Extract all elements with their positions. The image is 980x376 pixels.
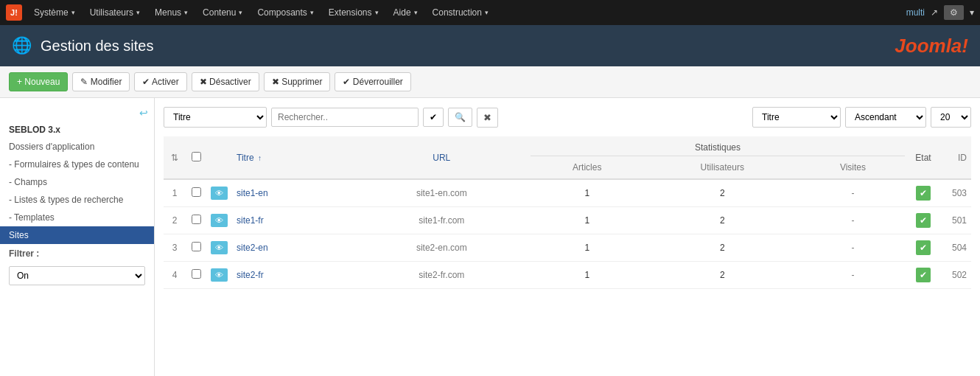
filter-select[interactable]: On Off Tous: [9, 266, 145, 285]
row-checkbox[interactable]: [192, 269, 201, 279]
row-etat: ✔: [905, 262, 942, 289]
col-header-id: ID: [942, 136, 971, 179]
page-title-area: 🌐 Gestion des sites: [12, 36, 153, 55]
row-checkbox-cell: [186, 179, 206, 207]
row-title-link[interactable]: site2-fr: [237, 270, 264, 280]
row-users: 2: [644, 234, 801, 262]
row-status-icon[interactable]: ✔: [916, 186, 931, 201]
row-id: 503: [942, 179, 971, 207]
row-title-cell: site1-en: [232, 179, 353, 207]
row-title-cell: site1-fr: [232, 207, 353, 234]
row-status-icon[interactable]: ✔: [916, 240, 931, 255]
sidebar-item-champs[interactable]: - Champs: [0, 173, 154, 191]
nav-item-extensions[interactable]: Extensions▾: [321, 0, 386, 25]
row-preview-button[interactable]: 👁: [211, 187, 228, 200]
row-etat: ✔: [905, 207, 942, 234]
table-row: 2 👁 site1-fr site1-fr.com 1 2 - ✔ 501: [164, 207, 971, 234]
user-link[interactable]: multi: [906, 7, 925, 18]
row-checkbox[interactable]: [192, 242, 201, 251]
sites-table: ⇅ Titre ↑ URL Statistiques: [164, 136, 971, 289]
external-link-icon: ↗: [931, 7, 938, 18]
sidebar-item-dossiers[interactable]: Dossiers d'application: [0, 138, 154, 156]
search-confirm-button[interactable]: ✔: [423, 108, 444, 127]
search-input[interactable]: [271, 108, 419, 127]
row-articles: 1: [531, 262, 644, 289]
row-visits: -: [801, 179, 905, 207]
joomla-small-logo[interactable]: J!: [6, 4, 22, 21]
row-checkbox-cell: [186, 234, 206, 262]
activer-button[interactable]: ✔ Activer: [134, 72, 186, 91]
nav-right: multi ↗ ⚙ ▾: [906, 5, 974, 20]
row-title-link[interactable]: site1-fr: [237, 215, 264, 226]
search-go-button[interactable]: 🔍: [448, 108, 472, 127]
order-select[interactable]: Ascendant Descendant: [845, 107, 926, 128]
col-header-users: Utilisateurs: [644, 156, 801, 180]
row-url: site1-fr.com: [353, 207, 531, 234]
row-eye-cell: 👁: [206, 262, 232, 289]
row-url: site2-en.com: [353, 234, 531, 262]
sidebar-item-templates[interactable]: - Templates: [0, 209, 154, 226]
search-clear-button[interactable]: ✖: [477, 108, 498, 128]
nouveau-button[interactable]: + Nouveau: [9, 72, 68, 91]
row-id: 501: [942, 207, 971, 234]
modifier-button[interactable]: ✎ Modifier: [72, 72, 130, 91]
col-header-etat: Etat: [905, 136, 942, 179]
col-header-num: ⇅: [164, 136, 186, 179]
desactiver-button[interactable]: ✖ Désactiver: [192, 72, 259, 91]
row-status-icon[interactable]: ✔: [916, 213, 931, 228]
col-header-title[interactable]: Titre ↑: [232, 136, 353, 179]
row-url: site1-en.com: [353, 179, 531, 207]
page-title: Gestion des sites: [41, 38, 153, 55]
row-preview-button[interactable]: 👁: [211, 241, 228, 254]
col-header-url[interactable]: URL: [353, 136, 531, 179]
col-header-eye: [206, 136, 232, 179]
nav-item-menus[interactable]: Menus▾: [147, 0, 195, 25]
row-url: site2-fr.com: [353, 262, 531, 289]
row-title-link[interactable]: site1-en: [237, 188, 268, 198]
select-all-checkbox[interactable]: [192, 152, 201, 161]
limit-select[interactable]: 20: [931, 107, 971, 128]
row-num: 2: [164, 207, 186, 234]
nav-item-composants[interactable]: Composants▾: [250, 0, 321, 25]
sidebar-item-listes[interactable]: - Listes & types de recherche: [0, 191, 154, 209]
row-etat: ✔: [905, 234, 942, 262]
nav-item-aide[interactable]: Aide▾: [386, 0, 425, 25]
sidebar: ↩ SEBLOD 3.x Dossiers d'application - Fo…: [0, 98, 155, 376]
row-title-cell: site2-fr: [232, 262, 353, 289]
row-checkbox-cell: [186, 207, 206, 234]
sidebar-item-formulaires[interactable]: - Formulaires & types de contenu: [0, 156, 154, 173]
settings-button[interactable]: ⚙: [944, 5, 964, 20]
row-checkbox[interactable]: [192, 187, 201, 197]
col-header-stats-group: Statistiques: [531, 136, 905, 156]
row-num: 3: [164, 234, 186, 262]
main-layout: ↩ SEBLOD 3.x Dossiers d'application - Fo…: [0, 98, 980, 376]
nav-item-contenu[interactable]: Contenu▾: [195, 0, 250, 25]
row-preview-button[interactable]: 👁: [211, 268, 228, 282]
nav-item-systeme[interactable]: Système▾: [27, 0, 83, 25]
content-area: Titre ✔ 🔍 ✖ Titre Ascendant Descendant 2…: [155, 98, 980, 376]
gear-dropdown-icon: ▾: [970, 7, 974, 18]
col-header-articles: Articles: [531, 156, 644, 180]
sidebar-section-label: SEBLOD 3.x: [0, 122, 154, 138]
row-status-icon[interactable]: ✔: [916, 268, 931, 282]
row-articles: 1: [531, 234, 644, 262]
sidebar-item-sites[interactable]: Sites: [0, 226, 154, 244]
row-title-link[interactable]: site2-en: [237, 243, 268, 253]
table-header-row: ⇅ Titre ↑ URL Statistiques: [164, 136, 971, 156]
sort-select[interactable]: Titre: [752, 107, 841, 128]
row-articles: 1: [531, 207, 644, 234]
row-preview-button[interactable]: 👁: [211, 214, 228, 227]
row-checkbox-cell: [186, 262, 206, 289]
nav-item-utilisateurs[interactable]: Utilisateurs▾: [83, 0, 147, 25]
row-eye-cell: 👁: [206, 179, 232, 207]
row-id: 504: [942, 234, 971, 262]
row-articles: 1: [531, 179, 644, 207]
row-checkbox[interactable]: [192, 215, 201, 224]
deverrouiller-button[interactable]: ✔ Déverrouiller: [335, 72, 410, 91]
supprimer-button[interactable]: ✖ Supprimer: [264, 72, 331, 91]
col-header-check: [186, 136, 206, 179]
nav-item-construction[interactable]: Construction▾: [425, 0, 496, 25]
collapse-icon[interactable]: ↩: [139, 107, 148, 119]
sidebar-collapse: ↩: [0, 104, 154, 122]
search-field-select[interactable]: Titre: [164, 107, 267, 128]
